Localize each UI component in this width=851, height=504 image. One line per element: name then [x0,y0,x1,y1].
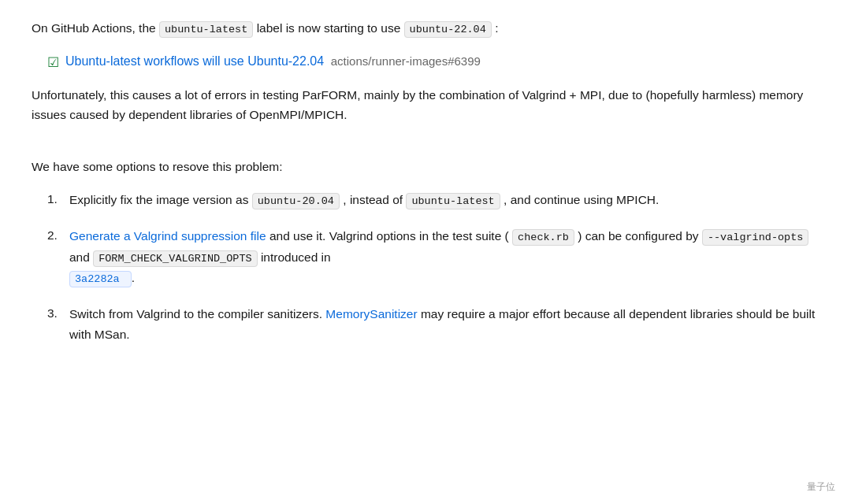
intro-code-ubuntu-latest: ubuntu-latest [159,21,253,38]
options-paragraph: We have some options to resove this prob… [32,158,819,177]
intro-paragraph: On GitHub Actions, the ubuntu-latest lab… [32,19,819,39]
bullet-text: Ubuntu-latest workflows will use Ubuntu-… [65,51,481,72]
item2-text-dot: . [132,271,135,284]
commit-link[interactable]: 3a2282a [69,271,132,287]
item1-code-ubuntu-latest: ubuntu-latest [406,193,500,209]
item2-text-and: and [69,250,93,264]
checkmark-icon: ☑ [47,52,59,73]
problem-paragraph: Unfortunately, this causes a lot of erro… [32,86,819,125]
item2-text-mid: ) can be configured by [578,229,702,243]
bullet-ref-text: actions/runner-images#6399 [328,54,481,68]
numbered-list: 1. Explicitly fix the image version as u… [47,190,819,344]
item-number-3: 3. [47,304,61,324]
item3-text-before: Switch from Valgrind to the compiler san… [69,307,322,321]
item1-code-ubuntu20: ubuntu-20.04 [252,193,340,209]
ubuntu-workflows-link[interactable]: Ubuntu-latest workflows will use Ubuntu-… [65,54,324,68]
intro-text-middle: label is now starting to use [257,21,401,35]
item2-text-after-link: and use it. Valgrind options in the test… [269,229,509,243]
item-content-1: Explicitly fix the image version as ubun… [69,190,659,210]
item2-text-introduced: introduced in [261,250,331,264]
list-item-2: 2. Generate a Valgrind suppression file … [47,226,819,288]
item2-code-form-check: FORM_CHECK_VALGRIND_OPTS [93,250,257,267]
watermark: 量子位 [807,480,835,495]
item-number-1: 1. [47,190,61,209]
item2-code-valgrind-opts: --valgrind-opts [702,229,809,246]
valgrind-suppression-link[interactable]: Generate a Valgrind suppression file [69,229,269,243]
item-content-3: Switch from Valgrind to the compiler san… [69,304,819,344]
intro-text-after: : [495,21,498,35]
item-number-2: 2. [47,226,61,246]
bullet-item-ubuntu: ☑ Ubuntu-latest workflows will use Ubunt… [47,51,819,73]
item-content-2: Generate a Valgrind suppression file and… [69,226,819,288]
bullet-list: ☑ Ubuntu-latest workflows will use Ubunt… [47,51,819,73]
intro-code-ubuntu-22: ubuntu-22.04 [404,21,492,38]
list-item-1: 1. Explicitly fix the image version as u… [47,190,819,210]
memory-sanitizer-link[interactable]: MemorySanitizer [325,307,421,321]
item2-code-check-rb: check.rb [512,229,574,246]
item1-text-between: , instead of [343,193,403,206]
intro-text-before: On GitHub Actions, the [32,21,156,35]
item1-text-after: , and continue using MPICH. [504,193,659,206]
item1-text-before: Explicitly fix the image version as [69,193,248,206]
list-item-3: 3. Switch from Valgrind to the compiler … [47,304,819,344]
